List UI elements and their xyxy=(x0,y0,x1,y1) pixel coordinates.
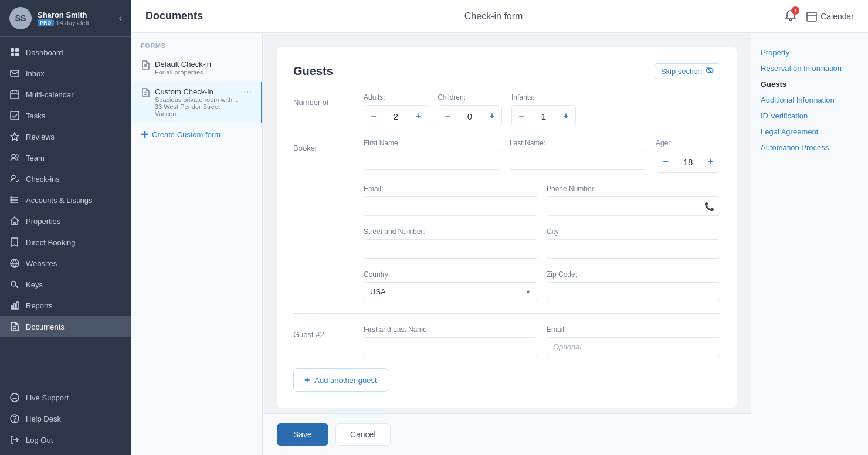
svg-point-24 xyxy=(11,393,19,402)
country-select[interactable]: USA Canada UK Australia xyxy=(364,282,537,301)
user-info: Sharon Smith PRO 14 days left xyxy=(38,11,89,26)
guest2-email-label: Email: xyxy=(547,325,720,334)
sidebar: SS Sharon Smith PRO 14 days left ‹ Dashb… xyxy=(0,0,131,455)
sidebar-item-inbox[interactable]: Inbox xyxy=(0,63,131,84)
infants-decrement-button[interactable]: − xyxy=(512,106,531,127)
list-icon xyxy=(9,195,20,205)
right-nav-item-property[interactable]: Property xyxy=(761,45,859,60)
add-another-guest-button[interactable]: + Add another guest xyxy=(293,368,388,392)
sidebar-item-label: Live Support xyxy=(26,393,69,402)
guest2-row: Guest #2 First and Last Name: Email: xyxy=(293,325,720,356)
svg-rect-20 xyxy=(14,304,16,309)
guest2-name-input[interactable] xyxy=(364,337,537,356)
children-counter: − 0 + xyxy=(438,105,502,127)
save-button[interactable]: Save xyxy=(277,423,328,446)
calendar-button[interactable]: Calendar xyxy=(806,11,854,22)
form-editor: Guests Skip section Number of xyxy=(263,33,751,413)
svg-rect-0 xyxy=(11,48,14,52)
sidebar-item-log-out[interactable]: Log Out xyxy=(0,429,131,450)
sidebar-user: SS Sharon Smith PRO 14 days left xyxy=(9,7,89,29)
children-increment-button[interactable]: + xyxy=(483,106,501,127)
svg-rect-4 xyxy=(11,70,19,76)
right-nav-item-automation-process[interactable]: Automation Process xyxy=(761,140,859,155)
bar-chart-icon xyxy=(9,300,20,311)
more-actions-icon[interactable]: ⋯ xyxy=(243,87,252,97)
form-doc-icon xyxy=(141,88,150,100)
sidebar-item-multi-calendar[interactable]: Multi-calendar xyxy=(0,84,131,105)
topbar: Documents Check-in form 1 Calendar xyxy=(131,0,868,33)
sidebar-item-reviews[interactable]: Reviews xyxy=(0,126,131,147)
city-input[interactable] xyxy=(547,239,720,259)
sidebar-item-keys[interactable]: Keys xyxy=(0,274,131,295)
collapse-sidebar-button[interactable]: ‹ xyxy=(119,13,122,23)
sidebar-item-direct-booking[interactable]: Direct Booking xyxy=(0,232,131,253)
svg-rect-6 xyxy=(11,111,19,120)
last-name-input[interactable] xyxy=(510,151,646,170)
adults-label: Adults: xyxy=(364,93,428,101)
first-name-input[interactable] xyxy=(364,151,500,170)
infants-counter-group: Infants: − 1 + xyxy=(511,93,576,127)
sidebar-item-team[interactable]: Team xyxy=(0,147,131,168)
notification-badge: 1 xyxy=(791,6,799,15)
sidebar-item-label: Tasks xyxy=(26,111,45,120)
right-nav-item-legal-agreement[interactable]: Legal Agreement xyxy=(761,124,859,140)
guests-section: Guests Skip section Number of xyxy=(277,47,737,408)
sidebar-item-properties[interactable]: Properties xyxy=(0,210,131,232)
skip-section-label: Skip section xyxy=(661,67,702,76)
form-item-info: Default Check-in For all properties xyxy=(155,60,211,76)
custom-check-in-item[interactable]: Custom Check-in Spacious private room wi… xyxy=(131,82,262,123)
age-counter: − 18 + xyxy=(656,151,720,173)
file-text-icon xyxy=(9,321,20,332)
age-label: Age: xyxy=(656,139,720,147)
svg-point-10 xyxy=(12,175,15,179)
age-decrement-button[interactable]: − xyxy=(656,151,675,172)
right-nav-item-reservation-information[interactable]: Reservation Information xyxy=(761,60,859,76)
age-increment-button[interactable]: + xyxy=(701,151,720,172)
grid-icon xyxy=(9,47,20,57)
sidebar-item-reports[interactable]: Reports xyxy=(0,295,131,316)
sidebar-item-help-desk[interactable]: Help Desk xyxy=(0,408,131,429)
zip-input[interactable] xyxy=(547,282,720,301)
add-guest-label: Add another guest xyxy=(314,376,377,385)
sidebar-item-live-support[interactable]: Live Support xyxy=(0,387,131,408)
zip-label: Zip Code: xyxy=(547,270,720,279)
phone-group: Phone Number: 📞 xyxy=(547,185,720,216)
sidebar-item-label: Dashboard xyxy=(26,48,63,57)
guest2-label: Guest #2 xyxy=(293,325,352,339)
email-input[interactable] xyxy=(364,196,537,216)
sidebar-item-websites[interactable]: Websites xyxy=(0,253,131,274)
children-decrement-button[interactable]: − xyxy=(438,106,457,127)
country-zip-fields: Country: USA Canada UK Australia ▼ xyxy=(364,270,720,301)
right-nav-item-id-verification[interactable]: ID Verification xyxy=(761,108,859,124)
key-icon xyxy=(9,279,20,290)
create-custom-form-button[interactable]: ✚ Create Custom form xyxy=(131,123,262,146)
sidebar-item-check-ins[interactable]: Check-ins xyxy=(0,168,131,189)
cancel-button[interactable]: Cancel xyxy=(335,423,391,446)
guest2-email-input[interactable] xyxy=(547,337,720,356)
svg-point-16 xyxy=(11,202,12,203)
sidebar-item-label: Inbox xyxy=(26,69,45,78)
adults-decrement-button[interactable]: − xyxy=(364,106,383,127)
infants-increment-button[interactable]: + xyxy=(557,106,575,127)
email-phone-fields: Email: Phone Number: 📞 xyxy=(364,185,720,216)
eye-off-icon xyxy=(706,66,714,76)
sidebar-item-tasks[interactable]: Tasks xyxy=(0,105,131,126)
notification-button[interactable]: 1 xyxy=(784,9,797,23)
sidebar-item-accounts-listings[interactable]: Accounts & Listings xyxy=(0,189,131,210)
sidebar-item-dashboard[interactable]: Dashboard xyxy=(0,42,131,63)
log-out-icon xyxy=(9,434,20,445)
skip-section-button[interactable]: Skip section xyxy=(655,63,720,79)
default-check-in-item[interactable]: Default Check-in For all properties xyxy=(131,54,262,82)
street-city-fields: Street and Number: City: xyxy=(364,228,720,259)
guest2-fields: First and Last Name: Email: xyxy=(364,325,720,356)
right-nav-item-guests[interactable]: Guests xyxy=(761,76,859,92)
content-area: FORMS Default Check-in For all propertie… xyxy=(131,33,868,455)
street-input[interactable] xyxy=(364,239,537,259)
right-nav-item-additional-information[interactable]: Additional Information xyxy=(761,92,859,108)
phone-input[interactable] xyxy=(547,196,720,216)
age-group: Age: − 18 + xyxy=(656,139,720,173)
calendar-icon xyxy=(9,89,20,100)
sidebar-item-label: Reports xyxy=(26,301,53,310)
adults-increment-button[interactable]: + xyxy=(409,106,428,127)
sidebar-item-documents[interactable]: Documents xyxy=(0,316,131,337)
